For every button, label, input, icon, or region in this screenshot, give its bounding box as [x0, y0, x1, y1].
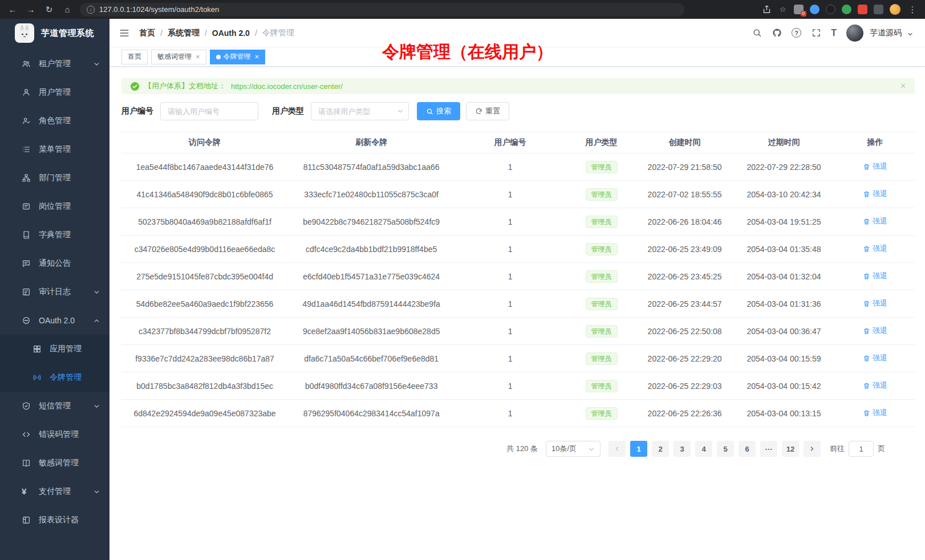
sidebar-item-user[interactable]: 用户管理 — [0, 78, 109, 107]
browser-menu-icon[interactable]: ⋮ — [907, 4, 918, 15]
force-logout-button[interactable]: 强退 — [863, 326, 887, 336]
sidebar-item-report-designer[interactable]: 报表设计器 — [0, 506, 109, 534]
bookmark-star-icon[interactable]: ☆ — [778, 5, 788, 14]
browser-profile-avatar[interactable] — [890, 4, 900, 15]
page-button-2[interactable]: 2 — [652, 441, 669, 457]
chevron-down-icon — [93, 403, 100, 410]
sidebar-item-notice[interactable]: 通知公告 — [0, 249, 109, 278]
table-row: 275e5de9151045fe87cbdc395e004f4d e6cfd40… — [121, 263, 915, 290]
app-title: 芋道管理系统 — [41, 28, 94, 39]
sidebar-item-error-code[interactable]: 错误码管理 — [0, 420, 109, 449]
sidebar-item-post[interactable]: 岗位管理 — [0, 192, 109, 221]
page-button-12[interactable]: 12 — [782, 441, 799, 457]
gray-extension-icon[interactable] — [874, 5, 883, 14]
goto-page-input[interactable] — [849, 441, 874, 457]
sidebar-item-sensitive-word[interactable]: 敏感词管理 — [0, 449, 109, 477]
force-logout-button[interactable]: 强退 — [863, 298, 887, 309]
sidebar-item-app-manage[interactable]: 应用管理 — [0, 335, 109, 363]
tab-sensitive-words[interactable]: 敏感词管理 × — [151, 50, 206, 64]
user-id-cell: 1 — [455, 400, 566, 427]
tab-close-icon[interactable]: × — [196, 53, 200, 60]
force-logout-button[interactable]: 强退 — [863, 161, 887, 172]
breadcrumb-home[interactable]: 首页 — [139, 28, 155, 38]
sidebar-item-sms[interactable]: 短信管理 — [0, 392, 109, 420]
user-id-cell: 1 — [455, 263, 566, 290]
sidebar-toggle-icon[interactable] — [119, 27, 130, 39]
site-info-icon[interactable]: i — [87, 6, 95, 14]
fullscreen-icon[interactable] — [811, 28, 821, 38]
user-type-select-input[interactable] — [311, 102, 409, 120]
reset-button[interactable]: 重置 — [466, 102, 509, 120]
page-button-3[interactable]: 3 — [674, 441, 691, 457]
doc-link[interactable]: https://doc.iocoder.cn/user-center/ — [231, 82, 343, 91]
home-icon[interactable]: ⌂ — [62, 4, 73, 15]
breadcrumb-system[interactable]: 系统管理 — [168, 28, 200, 38]
tabs-bar: 首页 敏感词管理 × 令牌管理 × — [109, 47, 925, 67]
sidebar-item-audit-log[interactable]: 审计日志 — [0, 278, 109, 306]
next-page-button[interactable] — [804, 441, 821, 457]
app-logo[interactable]: 芋道管理系统 — [0, 19, 109, 47]
sidebar-item-dept[interactable]: 部门管理 — [0, 164, 109, 192]
sms-shield-icon — [22, 401, 31, 411]
action-cell: 强退 — [835, 181, 915, 208]
address-bar[interactable]: i 127.0.0.1:1024/system/oauth2/token — [80, 3, 684, 17]
red-extension-icon[interactable] — [858, 5, 867, 14]
alert-close-icon[interactable]: × — [900, 82, 906, 91]
search-icon[interactable] — [752, 28, 762, 38]
expire-time-cell: 2054-03-10 20:42:34 — [732, 181, 835, 208]
search-button[interactable]: 搜索 — [417, 102, 460, 120]
tab-home[interactable]: 首页 — [121, 50, 148, 64]
sidebar-item-payment[interactable]: ¥ 支付管理 — [0, 477, 109, 506]
force-logout-button[interactable]: 强退 — [863, 216, 887, 226]
page-button-4[interactable]: 4 — [695, 441, 712, 457]
page-button-1[interactable]: 1 — [630, 441, 647, 457]
help-icon[interactable]: ? — [792, 28, 801, 38]
chevron-up-icon — [93, 317, 100, 324]
tab-close-icon[interactable]: × — [255, 53, 259, 60]
caret-down-icon[interactable] — [907, 30, 914, 36]
token-table: 访问令牌 刷新令牌 用户编号 用户类型 创建时间 过期时间 操作 1ea5e44… — [121, 132, 915, 427]
font-size-icon[interactable]: T — [831, 28, 837, 38]
force-logout-button[interactable]: 强退 — [863, 380, 887, 391]
green-extension-icon[interactable] — [842, 5, 851, 14]
force-logout-button[interactable]: 强退 — [863, 189, 887, 199]
sidebar-item-role[interactable]: 角色管理 — [0, 107, 109, 135]
force-logout-button[interactable]: 强退 — [863, 271, 887, 281]
user-avatar[interactable] — [846, 25, 863, 42]
breadcrumb-separator: / — [255, 29, 257, 38]
blue-extension-icon[interactable] — [810, 5, 819, 14]
sidebar-item-menu[interactable]: 菜单管理 — [0, 135, 109, 164]
sidebar-item-tenant[interactable]: 租户管理 — [0, 50, 109, 78]
tab-token-manage[interactable]: 令牌管理 × — [210, 50, 266, 64]
expire-time-cell: 2054-03-04 00:15:42 — [732, 372, 835, 400]
force-logout-button[interactable]: 强退 — [863, 353, 887, 363]
forward-icon[interactable]: → — [25, 4, 36, 15]
force-logout-button[interactable]: 强退 — [863, 408, 887, 418]
sidebar-extension-icon[interactable]: 0 — [794, 5, 804, 14]
sidebar-item-dict[interactable]: 字典管理 — [0, 221, 109, 249]
col-access-token: 访问令牌 — [121, 132, 288, 153]
user-type-select[interactable] — [311, 102, 409, 120]
page-button-5[interactable]: 5 — [717, 441, 734, 457]
sidebar-item-token-manage[interactable]: 令牌管理 — [0, 363, 109, 392]
user-type-badge: 管理员 — [586, 407, 618, 420]
page-size-select[interactable]: 10条/页 — [546, 441, 601, 457]
more-pages-button[interactable]: ··· — [760, 441, 777, 457]
username[interactable]: 芋道源码 — [870, 28, 902, 38]
action-cell: 强退 — [835, 400, 915, 427]
back-icon[interactable]: ← — [7, 4, 18, 15]
breadcrumb-oauth[interactable]: OAuth 2.0 — [212, 29, 250, 38]
user-id-input[interactable] — [160, 102, 258, 120]
page-button-6[interactable]: 6 — [739, 441, 756, 457]
prev-page-button[interactable] — [608, 441, 626, 457]
dark-extension-icon[interactable] — [826, 5, 835, 14]
github-icon[interactable] — [772, 28, 782, 38]
reload-icon[interactable]: ↻ — [43, 4, 55, 15]
post-icon — [22, 202, 31, 211]
share-icon[interactable] — [762, 5, 772, 14]
access-token-cell: c347026e805e4d99b0d116eae66eda8c — [121, 236, 288, 263]
table-row: 41c41346a548490f9dc8b01c6bfe0865 333ecfc… — [121, 181, 915, 208]
user-type-badge: 管理员 — [586, 380, 618, 392]
force-logout-button[interactable]: 强退 — [863, 244, 887, 254]
sidebar-item-oauth[interactable]: OAuth 2.0 — [0, 306, 109, 335]
